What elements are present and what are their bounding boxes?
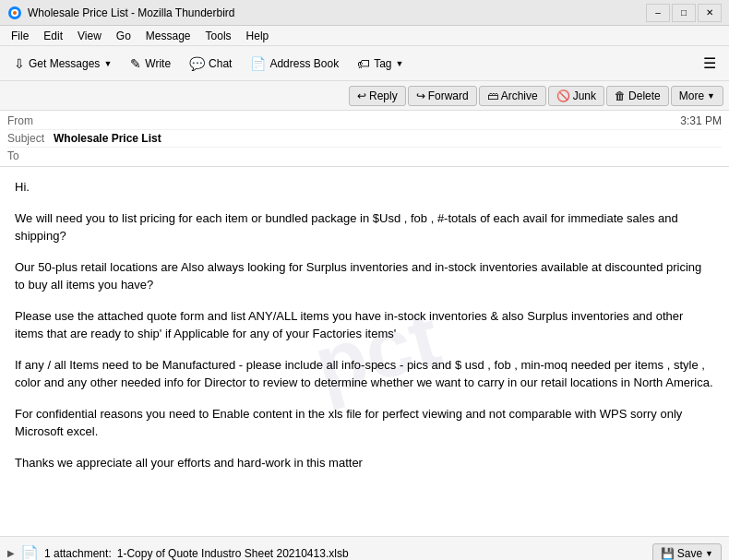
- email-paragraph-3: Our 50-plus retail locations are Also al…: [15, 258, 714, 294]
- save-icon: 💾: [661, 547, 675, 560]
- attachment-bar: ▶ 📄 1 attachment: 1-Copy of Quote Indust…: [0, 536, 729, 560]
- window-controls: – □ ✕: [646, 4, 722, 22]
- write-icon: ✎: [130, 56, 141, 71]
- more-label: More: [679, 89, 704, 102]
- junk-icon: 🚫: [556, 89, 570, 102]
- hamburger-menu-button[interactable]: ☰: [696, 51, 723, 76]
- subject-value: Wholesale Price List: [54, 132, 161, 145]
- tag-icon: 🏷: [357, 56, 370, 71]
- subject-row: Subject Wholesale Price List: [7, 130, 722, 148]
- email-body: pct Hi. We will need you to list pricing…: [0, 167, 729, 536]
- delete-button[interactable]: 🗑 Delete: [606, 86, 669, 106]
- email-paragraph-1: Hi.: [15, 178, 714, 197]
- delete-label: Delete: [628, 89, 661, 102]
- archive-icon: 🗃: [487, 89, 498, 102]
- more-button[interactable]: More ▼: [671, 86, 723, 106]
- menu-help[interactable]: Help: [239, 28, 277, 44]
- email-header: From 3:31 PM Subject Wholesale Price Lis…: [0, 111, 729, 167]
- junk-button[interactable]: 🚫 Junk: [548, 86, 604, 106]
- email-time: 3:31 PM: [680, 114, 722, 127]
- forward-button[interactable]: ↪ Forward: [408, 86, 477, 106]
- to-row: To: [7, 148, 722, 164]
- chat-icon: 💬: [189, 56, 205, 71]
- attachment-file-icon: 📄: [20, 544, 39, 560]
- address-book-icon: 📄: [250, 56, 266, 71]
- write-label: Write: [145, 57, 171, 70]
- delete-icon: 🗑: [615, 89, 626, 102]
- email-paragraph-6: For confidential reasons you need to Ena…: [15, 405, 714, 441]
- attachment-expand-button[interactable]: ▶: [7, 548, 15, 558]
- attachment-count: 1 attachment:: [44, 547, 112, 560]
- tag-dropdown-icon: ▼: [396, 59, 404, 68]
- svg-point-2: [13, 11, 17, 15]
- chat-button[interactable]: 💬 Chat: [181, 52, 240, 76]
- menu-tools[interactable]: Tools: [198, 28, 239, 44]
- forward-label: Forward: [428, 89, 469, 102]
- titlebar: Wholesale Price List - Mozilla Thunderbi…: [0, 0, 729, 26]
- address-book-button[interactable]: 📄 Address Book: [242, 52, 347, 76]
- email-paragraph-4: Please use the attached quote form and l…: [15, 307, 714, 343]
- menu-go[interactable]: Go: [109, 28, 138, 44]
- save-label: Save: [677, 547, 702, 560]
- write-button[interactable]: ✎ Write: [122, 52, 179, 76]
- email-paragraph-2: We will need you to list pricing for eac…: [15, 209, 714, 245]
- menu-edit[interactable]: Edit: [36, 28, 70, 44]
- from-label: From: [7, 114, 54, 127]
- close-button[interactable]: ✕: [698, 4, 722, 22]
- actionbar: ↩ Reply ↪ Forward 🗃 Archive 🚫 Junk 🗑 Del…: [0, 81, 729, 111]
- email-content: Hi. We will need you to list pricing for…: [15, 178, 714, 471]
- get-messages-icon: ⇩: [14, 56, 25, 71]
- menubar: File Edit View Go Message Tools Help: [0, 26, 729, 46]
- email-paragraph-7: Thanks we appreciate all your efforts an…: [15, 454, 714, 472]
- subject-label: Subject: [7, 132, 54, 145]
- chat-label: Chat: [209, 57, 232, 70]
- menu-file[interactable]: File: [4, 28, 36, 44]
- get-messages-label: Get Messages: [29, 57, 100, 70]
- save-button[interactable]: 💾 Save ▼: [652, 543, 722, 561]
- junk-label: Junk: [573, 89, 596, 102]
- from-row: From 3:31 PM: [7, 113, 722, 130]
- archive-button[interactable]: 🗃 Archive: [479, 86, 546, 106]
- app-icon: [7, 6, 22, 20]
- address-book-label: Address Book: [269, 57, 339, 70]
- reply-label: Reply: [369, 89, 398, 102]
- to-label: To: [7, 149, 54, 162]
- save-dropdown-icon: ▼: [705, 549, 713, 558]
- get-messages-dropdown-icon: ▼: [103, 59, 112, 68]
- toolbar: ⇩ Get Messages ▼ ✎ Write 💬 Chat 📄 Addres…: [0, 46, 729, 81]
- menu-message[interactable]: Message: [138, 28, 198, 44]
- more-dropdown-icon: ▼: [707, 91, 715, 101]
- reply-icon: ↩: [357, 89, 366, 102]
- reply-button[interactable]: ↩ Reply: [349, 86, 406, 106]
- tag-label: Tag: [374, 57, 391, 70]
- menu-view[interactable]: View: [70, 28, 109, 44]
- attachment-name: 1-Copy of Quote Industro Sheet 20210413.…: [117, 547, 349, 560]
- archive-label: Archive: [501, 89, 538, 102]
- minimize-button[interactable]: –: [646, 4, 670, 22]
- maximize-button[interactable]: □: [672, 4, 696, 22]
- window-title: Wholesale Price List - Mozilla Thunderbi…: [28, 6, 646, 19]
- tag-button[interactable]: 🏷 Tag ▼: [349, 52, 412, 76]
- forward-icon: ↪: [416, 89, 425, 102]
- email-paragraph-5: If any / all Items need to be Manufactur…: [15, 356, 714, 392]
- get-messages-button[interactable]: ⇩ Get Messages ▼: [6, 52, 120, 76]
